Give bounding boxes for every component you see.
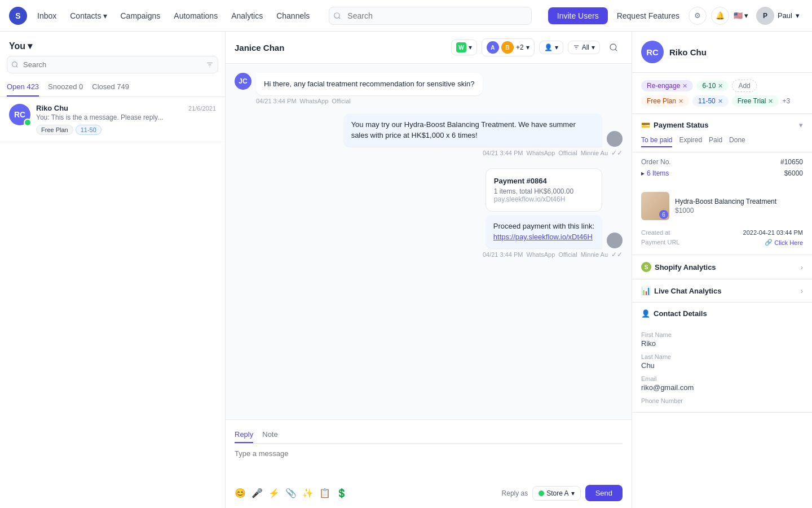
assign-button[interactable]: 👤 ▾ <box>539 41 563 54</box>
chat-contact-name: Janice Chan <box>235 43 445 52</box>
remove-tag-free-plan[interactable]: ✕ <box>678 98 683 105</box>
tab-reply[interactable]: Reply <box>235 427 253 443</box>
nav-channels[interactable]: Channels <box>271 8 315 24</box>
sparkle-icon[interactable]: ✨ <box>302 488 314 498</box>
remove-tag-11-50[interactable]: ✕ <box>718 98 723 105</box>
reply-box: Reply Note 😊 🎤 ⚡ 📎 ✨ 📋 💲 Reply as <box>226 419 632 508</box>
payment-status-section: 💳 Payment Status ▾ To be paid Expired Pa… <box>632 114 812 255</box>
payment-meta: Created at 2022-04-21 03:44 PM Payment U… <box>632 225 812 255</box>
tag-6-10: 6-10 ✕ <box>696 80 729 91</box>
audio-icon[interactable]: 🎤 <box>251 488 263 498</box>
attachment-icon[interactable]: 📎 <box>285 488 297 498</box>
remove-tag-free-trial[interactable]: ✕ <box>768 98 773 105</box>
nav-links: Inbox Contacts ▾ Campaigns Automations A… <box>32 8 315 24</box>
tab-note[interactable]: Note <box>262 427 277 443</box>
message-meta: 04/21 3:44 PM WhatsApp Official Minnie A… <box>483 251 623 259</box>
remove-tag-6-10[interactable]: ✕ <box>718 82 723 90</box>
live-chat-analytics-section[interactable]: 📊 Live Chat Analytics › <box>632 279 812 303</box>
chart-icon: 📊 <box>641 286 651 295</box>
tab-expired[interactable]: Expired <box>679 136 702 147</box>
tag-11-50: 11-50 ✕ <box>692 95 729 107</box>
contact-avatar: RC <box>641 41 664 63</box>
message-outgoing: You may try our Hydra-Boost Balancing Tr… <box>343 113 623 157</box>
topnav: S Inbox Contacts ▾ Campaigns Automations… <box>0 0 812 32</box>
shopify-analytics-section[interactable]: S Shopify Analytics › <box>632 255 812 279</box>
tab-paid[interactable]: Paid <box>709 136 722 147</box>
request-features-button[interactable]: Request Features <box>612 8 684 24</box>
channel-selector[interactable]: W ▾ <box>451 40 477 55</box>
search-input[interactable] <box>329 7 532 25</box>
list-item[interactable]: RC Riko Chu 21/6/2021 You: This is the a… <box>0 97 225 142</box>
invite-users-button[interactable]: Invite Users <box>548 7 608 24</box>
send-button[interactable]: Send <box>585 485 623 501</box>
tag-more: +3 <box>782 97 790 105</box>
contact-header: RC Riko Chu <box>632 32 812 73</box>
remove-tag-re-engage[interactable]: ✕ <box>682 82 687 90</box>
tag-free-plan: Free Plan ✕ <box>641 95 689 107</box>
items-row[interactable]: ▸ 6 Items $6000 <box>641 169 803 177</box>
tab-done[interactable]: Done <box>729 136 745 147</box>
payment-message: Payment #0864 1 items, total HK$6,000.00… <box>483 166 623 259</box>
emoji-icon[interactable]: 😊 <box>235 488 246 498</box>
contact-details-header[interactable]: 👤 Contact Details <box>632 303 812 325</box>
filter-icon[interactable] <box>206 61 214 69</box>
notifications-icon[interactable]: 🔔 <box>711 7 729 25</box>
avatar: RC <box>9 104 30 125</box>
messages-list: JC Hi there, any facial treatment recomm… <box>226 64 632 419</box>
tag-free-trial: Free Trial ✕ <box>732 95 779 107</box>
nav-contacts[interactable]: Contacts ▾ <box>64 8 112 24</box>
tab-to-be-paid[interactable]: To be paid <box>641 136 672 147</box>
message-meta: 04/21 3:44 PM WhatsApp Official Minnie A… <box>483 149 623 157</box>
avatar: JC <box>235 73 251 90</box>
nav-analytics[interactable]: Analytics <box>226 8 268 24</box>
sidebar-search-input[interactable] <box>7 56 218 73</box>
chevron-down-icon: ▾ <box>799 121 803 129</box>
payment-info: Order No. #10650 ▸ 6 Items $6000 <box>632 152 812 187</box>
nav-inbox[interactable]: Inbox <box>32 8 62 24</box>
message-meta: 04/21 3:44 PM WhatsApp Official <box>256 98 483 104</box>
template-icon[interactable]: 📋 <box>319 488 330 498</box>
conv-info: Riko Chu 21/6/2021 You: This is the a me… <box>36 104 216 135</box>
nav-automations[interactable]: Automations <box>168 8 223 24</box>
filter-icon <box>573 44 580 51</box>
payment-link[interactable]: https://pay.sleekflow.io/xDt46H <box>493 233 593 241</box>
svg-point-8 <box>610 44 616 50</box>
filter-all-button[interactable]: All ▾ <box>568 41 600 54</box>
nav-campaigns[interactable]: Campaigns <box>115 8 166 24</box>
tab-snoozed[interactable]: Snoozed 0 <box>48 78 83 97</box>
contact-name: Riko Chu <box>669 47 707 57</box>
settings-icon[interactable]: ⚙ <box>689 7 707 25</box>
product-row: 6 Hydra-Boost Balancing Treatment $1000 <box>632 187 812 225</box>
tag-11-50: 11-50 <box>76 125 102 135</box>
store-online-indicator <box>539 491 544 496</box>
sidebar-you-selector[interactable]: You ▾ <box>9 41 32 51</box>
sidebar-tabs: Open 423 Snoozed 0 Closed 749 <box>0 78 225 97</box>
payment-status-header[interactable]: 💳 Payment Status ▾ <box>632 114 812 136</box>
search-icon <box>609 43 618 52</box>
reply-input[interactable] <box>235 449 623 478</box>
user-menu[interactable]: P Paul ▾ <box>753 5 803 27</box>
tab-open[interactable]: Open 423 <box>7 78 39 97</box>
payment-icon: 💳 <box>641 121 650 129</box>
agent-avatar-2: B <box>501 41 514 54</box>
shopify-icon: S <box>641 262 651 272</box>
store-selector[interactable]: Store A ▾ <box>532 486 580 501</box>
add-tag-button[interactable]: Add <box>732 80 756 92</box>
chat-header: Janice Chan W ▾ A B +2 ▾ 👤 ▾ <box>226 32 632 64</box>
chat-area: Janice Chan W ▾ A B +2 ▾ 👤 ▾ <box>226 32 632 508</box>
reply-icons: 😊 🎤 ⚡ 📎 ✨ 📋 💲 <box>235 488 347 498</box>
lightning-icon[interactable]: ⚡ <box>268 488 280 498</box>
payment-url-link[interactable]: 🔗 Click Here <box>765 239 803 246</box>
chevron-right-icon: ▸ <box>641 169 645 177</box>
agent-selector[interactable]: A B +2 ▾ <box>482 38 535 56</box>
sidebar-search-area <box>0 56 225 78</box>
chat-search-button[interactable] <box>604 38 623 56</box>
user-avatar: P <box>756 7 774 25</box>
payment-icon[interactable]: 💲 <box>336 488 347 498</box>
language-selector[interactable]: 🇺🇸 ▾ <box>734 11 748 20</box>
tag-re-engage: Re-engage ✕ <box>641 80 693 91</box>
conv-tags: Free Plan 11-50 <box>36 125 216 135</box>
payment-status-tabs: To be paid Expired Paid Done <box>632 136 812 152</box>
tab-closed[interactable]: Closed 749 <box>92 78 129 97</box>
logo: S <box>9 7 27 25</box>
